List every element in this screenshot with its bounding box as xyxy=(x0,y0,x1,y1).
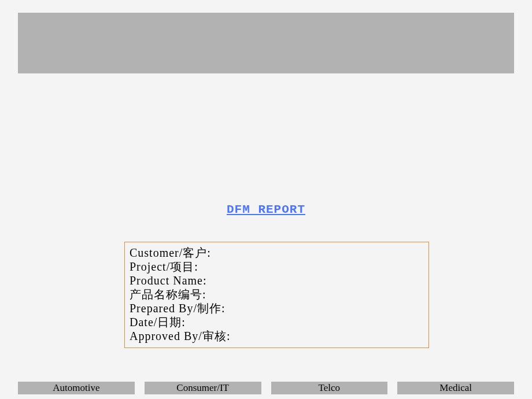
info-box: Customer/客户: Project/项目: Product Name: 产… xyxy=(124,242,429,348)
product-name-label: Product Name: xyxy=(130,274,424,287)
tab-consumer-it[interactable]: Consumer/IT xyxy=(145,382,261,394)
approved-by-label: Approved By/审核: xyxy=(130,329,424,343)
tab-automotive[interactable]: Automotive xyxy=(18,382,135,394)
report-title: DFM REPORT xyxy=(0,203,532,216)
tab-medical[interactable]: Medical xyxy=(397,382,514,394)
project-label: Project/项目: xyxy=(130,260,424,274)
footer-tabs: Automotive Consumer/IT Telco Medical xyxy=(18,382,514,394)
tab-telco[interactable]: Telco xyxy=(271,382,388,394)
report-title-text: DFM REPORT xyxy=(227,203,305,216)
prepared-by-label: Prepared By/制作: xyxy=(130,301,424,315)
product-code-label: 产品名称编号: xyxy=(130,287,424,301)
date-label: Date/日期: xyxy=(130,315,424,329)
header-placeholder xyxy=(18,13,514,73)
customer-label: Customer/客户: xyxy=(130,246,424,260)
